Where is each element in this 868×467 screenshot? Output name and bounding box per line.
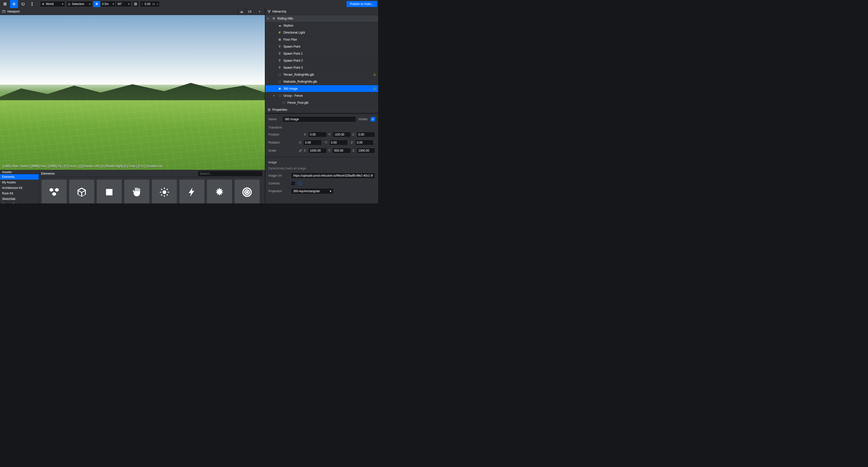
image-icon: ▣ <box>278 87 281 90</box>
element-tile-group[interactable]: Group <box>41 180 67 204</box>
elements-title: Elements <box>41 172 55 175</box>
cube-icon: ⬚ <box>282 101 285 104</box>
hierarchy-label: Spawn Point 2 <box>283 59 303 62</box>
cubes-icon: ⬚ <box>278 94 281 97</box>
element-tile-spot-light[interactable]: Spot Light <box>235 180 259 204</box>
rotate-icon <box>21 2 25 6</box>
rotation-label: Rotation: <box>268 141 287 144</box>
translate-tool-button[interactable] <box>10 0 18 8</box>
spawn-icon: ⚲ <box>278 52 281 55</box>
spawn-icon: ⚲ <box>278 45 281 48</box>
warning-icon: ⚠ <box>373 73 376 76</box>
scale-z[interactable] <box>356 148 375 153</box>
transform-space-dropdown[interactable]: ⊕ World ▾ <box>40 1 65 7</box>
viewport-canvas[interactable]: [LMB] Orbit / Select | [MMB] Pan | [RMB]… <box>0 15 265 170</box>
scale-icon <box>30 2 34 6</box>
scale-y[interactable] <box>332 148 351 153</box>
element-tile-box-collider[interactable]: Box Collider <box>124 180 149 204</box>
hand-icon <box>131 187 142 198</box>
decrement-arrow[interactable]: ◂ <box>140 3 144 5</box>
hierarchy-item-spawn-point[interactable]: ⚲Spawn Point <box>266 43 378 50</box>
rotation-x[interactable] <box>303 140 322 145</box>
name-field[interactable] <box>282 116 356 122</box>
hierarchy-label: Spawn Point 3 <box>283 66 303 69</box>
image-section-title: Image <box>268 161 375 164</box>
hierarchy-item-rolling-hills[interactable]: ▾⊕Rolling Hills <box>266 15 378 22</box>
hierarchy-item-spawn-point-2[interactable]: ⚲Spawn Point 2 <box>266 57 378 64</box>
burst-icon <box>214 187 225 198</box>
element-tile-hemisphere-light[interactable]: Hemisphere Light <box>207 180 232 204</box>
grid-toggle[interactable] <box>132 1 139 7</box>
asset-category-my-assets[interactable]: My Assets <box>0 180 39 185</box>
position-label: Position: <box>268 133 287 136</box>
pivot-dropdown[interactable]: ◎ Selection ▾ <box>66 1 92 7</box>
hierarchy-item-spawn-point-1[interactable]: ⚲Spawn Point 1 <box>266 50 378 57</box>
hierarchy-label: Directional Light <box>283 31 305 34</box>
snap-toggle[interactable] <box>93 1 100 7</box>
hierarchy-item-spawn-point-3[interactable]: ⚲Spawn Point 3 <box>266 64 378 71</box>
asset-category-rock-kit[interactable]: Rock Kit <box>0 191 39 196</box>
elements-grid: GroupModelGround PlaneBox ColliderAmbien… <box>39 177 265 204</box>
hierarchy-item-skybox[interactable]: ☁Skybox <box>266 22 378 29</box>
position-z[interactable] <box>356 132 375 137</box>
hierarchy-item-walkable-rollinghills-glb[interactable]: ⬚Walkable_RollingHills.glb <box>266 78 378 85</box>
controls-checkbox[interactable] <box>291 181 296 186</box>
projection-dropdown[interactable]: 360-equirectangular ▾ <box>291 188 334 194</box>
image-url-label: Image Url: <box>268 174 288 177</box>
warning-icon: ⚠ <box>373 87 376 90</box>
snap-distance-dropdown[interactable]: 0.5m ▾ <box>100 1 116 7</box>
plane-icon <box>104 187 115 198</box>
hierarchy-item-fence-post-glb[interactable]: ⬚Fence_Post.glb <box>266 99 378 106</box>
assets-categories: Assets ElementsMy AssetsArchitecture Kit… <box>0 170 39 204</box>
stats-button[interactable] <box>238 8 245 15</box>
snap-angle-dropdown[interactable]: 90° ▾ <box>116 1 131 7</box>
projection-label: Projection: <box>268 189 288 193</box>
asset-category-elements[interactable]: Elements <box>0 174 39 180</box>
viewport-title: Viewport <box>7 9 20 13</box>
rotation-y[interactable] <box>329 140 348 145</box>
hierarchy-item-directional-light[interactable]: ⚡Directional Light <box>266 29 378 36</box>
menu-button[interactable] <box>1 0 9 8</box>
position-y[interactable] <box>332 132 351 137</box>
axis-x: X: <box>304 133 306 136</box>
asset-category-sketchfab[interactable]: Sketchfab <box>0 196 39 202</box>
link-icon[interactable]: 🔗 <box>299 149 302 152</box>
viewport-hints: [LMB] Orbit / Select | [MMB] Pan | [RMB]… <box>2 164 162 168</box>
element-tile-model[interactable]: Model <box>69 180 94 204</box>
assets-panel: Assets ElementsMy AssetsArchitecture Kit… <box>0 170 265 204</box>
hierarchy-item-floor-plan[interactable]: ▤Floor Plan <box>266 36 378 43</box>
info-icon[interactable]: ? <box>298 181 302 185</box>
rotate-tool-button[interactable] <box>19 0 27 8</box>
hierarchy-item-360-image[interactable]: ▣360 Image⚠ <box>266 85 378 92</box>
sliders-icon <box>267 108 271 112</box>
scale-tool-button[interactable] <box>28 0 36 8</box>
increment-arrow[interactable]: ▸ <box>156 3 159 5</box>
element-tile-ground-plane[interactable]: Ground Plane <box>97 180 122 204</box>
hierarchy-item-group-fence[interactable]: ▾⬚Group - Fence <box>266 92 378 99</box>
projection-value: 360-equirectangular <box>293 189 320 193</box>
asset-category-architecture-kit[interactable]: Architecture Kit <box>0 185 39 191</box>
hierarchy-item-terrain-rollinghills-glb[interactable]: ⬚Terrain_RollingHills.glb⚠ <box>266 71 378 78</box>
hierarchy-label: Walkable_RollingHills.glb <box>283 80 317 84</box>
publish-button[interactable]: Publish to Hubs... <box>346 1 377 7</box>
snap-distance-value: 0.5m <box>102 2 109 6</box>
rotation-z[interactable] <box>355 140 374 145</box>
asset-category-google-poly[interactable]: Google Poly <box>0 202 39 204</box>
position-x[interactable] <box>308 132 327 137</box>
chevron-down-icon: ▾ <box>330 189 331 193</box>
floor-icon: ▤ <box>278 38 281 41</box>
shading-mode-value: Lit <box>248 10 251 13</box>
search-input[interactable] <box>198 170 263 177</box>
element-tile-ambient-light[interactable]: Ambient Light <box>152 180 177 204</box>
hierarchy-label: Spawn Point <box>283 45 300 49</box>
transform-space-value: World <box>46 2 54 6</box>
image-url-field[interactable] <box>291 173 375 179</box>
scale-x[interactable] <box>308 148 327 153</box>
svg-rect-1 <box>106 189 113 195</box>
bolt-icon: ⚡ <box>278 31 281 34</box>
shading-mode-dropdown[interactable]: Lit ▾ <box>245 8 263 15</box>
visible-checkbox[interactable] <box>371 117 375 122</box>
grid-size-control[interactable]: ◂ 0.00 m ▸ <box>140 1 160 7</box>
element-tile-directional-light[interactable]: Directional Light <box>179 180 205 204</box>
hierarchy-label: 360 Image <box>283 87 298 90</box>
